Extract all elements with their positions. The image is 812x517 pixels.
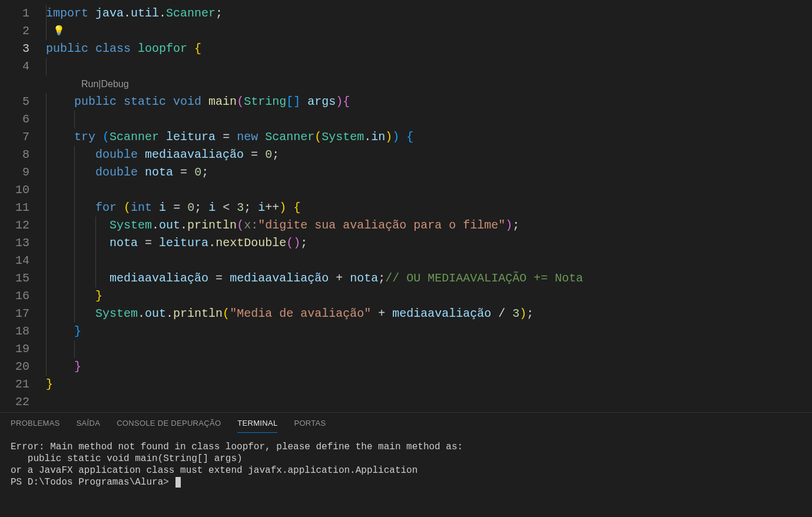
keyword-import: import — [46, 5, 88, 22]
var: leitura — [159, 234, 208, 252]
code-line[interactable] — [46, 252, 812, 270]
num: 0 — [194, 164, 201, 181]
code-line[interactable] — [46, 181, 812, 199]
var-args: args — [307, 93, 336, 111]
code-line[interactable] — [46, 340, 812, 358]
field: in — [371, 128, 385, 146]
kw: double — [95, 146, 138, 164]
line-number: 1 — [0, 5, 29, 22]
terminal-prompt: PS D:\Todos Programas\Alura> — [11, 477, 174, 488]
code-line[interactable]: for (int i = 0; i < 3; i++) { — [46, 199, 812, 217]
var: leitura — [166, 128, 216, 146]
line-number: 18 — [0, 323, 29, 340]
codelens-debug[interactable]: Debug — [101, 75, 129, 93]
code-editor[interactable]: 1 2 3 4 5 6 7 8 9 10 11 12 13 14 15 16 1… — [0, 0, 812, 412]
string: "digite sua avaliação para o filme" — [258, 217, 505, 234]
tab-problems[interactable]: PROBLEMAS — [11, 419, 60, 433]
comment: // OU MEDIAAVALIAÇÃO += Nota — [385, 270, 583, 287]
kw: void — [173, 93, 201, 111]
line-number: 14 — [0, 252, 29, 270]
line-number: 3 — [0, 40, 29, 58]
tab-output[interactable]: SAÍDA — [77, 419, 101, 433]
type-string: String — [244, 93, 286, 111]
fn-main: main — [208, 93, 237, 111]
code-area[interactable]: import java.util.Scanner; 💡 public class… — [46, 0, 812, 412]
type: System — [322, 128, 364, 146]
line-number: 6 — [0, 111, 29, 128]
terminal-output[interactable]: Error: Main method not found in class lo… — [0, 433, 812, 488]
lightbulb-icon[interactable]: 💡 — [46, 22, 65, 40]
fn: println — [173, 305, 223, 323]
line-number: 22 — [0, 393, 29, 411]
line-number: 21 — [0, 376, 29, 393]
num: 0 — [265, 146, 272, 164]
var: i — [258, 199, 265, 217]
var: mediaavaliação — [145, 146, 244, 164]
tab-terminal[interactable]: TERMINAL — [237, 419, 277, 433]
num: 3 — [512, 305, 519, 323]
codelens-gap — [0, 75, 29, 93]
code-line[interactable]: 💡 — [46, 22, 812, 40]
line-number: 13 — [0, 234, 29, 252]
field: out — [145, 305, 166, 323]
fn: println — [187, 217, 237, 234]
line-number: 2 — [0, 22, 29, 40]
line-number: 5 — [0, 93, 29, 111]
fn: nextDouble — [216, 234, 286, 252]
pkg-util: util — [131, 5, 159, 22]
tab-ports[interactable]: PORTAS — [294, 419, 326, 433]
kw-try: try — [74, 128, 95, 146]
codelens-run[interactable]: Run — [81, 75, 98, 93]
panel-tab-bar: PROBLEMAS SAÍDA CONSOLE DE DEPURAÇÃO TER… — [0, 413, 812, 433]
code-line[interactable]: public static void main(String[] args){ — [46, 93, 812, 111]
type: Scanner — [110, 128, 159, 146]
string: "Media de avaliação" — [230, 305, 371, 323]
field: out — [159, 217, 180, 234]
code-line[interactable]: double mediaavaliação = 0; — [46, 146, 812, 164]
var: nota — [110, 234, 138, 252]
code-line[interactable]: System.out.println(x:"digite sua avaliaç… — [46, 217, 812, 234]
code-line[interactable]: double nota = 0; — [46, 164, 812, 181]
tab-debug-console[interactable]: CONSOLE DE DEPURAÇÃO — [117, 419, 221, 433]
num: 3 — [237, 199, 244, 217]
var: i — [159, 199, 166, 217]
var: nota — [145, 164, 173, 181]
class-name: loopfor — [138, 40, 187, 58]
line-number: 10 — [0, 181, 29, 199]
code-line[interactable]: } — [46, 376, 812, 393]
code-line[interactable] — [46, 58, 812, 75]
keyword-public: public — [46, 40, 88, 58]
line-number: 11 — [0, 199, 29, 217]
code-line[interactable]: public class loopfor { — [46, 40, 812, 58]
var: nota — [350, 270, 378, 287]
code-line[interactable]: } — [46, 323, 812, 340]
code-line[interactable] — [46, 393, 812, 411]
line-number: 15 — [0, 270, 29, 287]
line-number: 9 — [0, 164, 29, 181]
code-line[interactable]: System.out.println("Media de avaliação" … — [46, 305, 812, 323]
code-line[interactable]: import java.util.Scanner; — [46, 5, 812, 22]
type-scanner: Scanner — [166, 5, 216, 22]
num: 0 — [187, 199, 194, 217]
kw: double — [95, 164, 138, 181]
var: mediaavaliação — [230, 270, 329, 287]
terminal-cursor — [175, 477, 181, 488]
line-number: 16 — [0, 287, 29, 305]
kw-new: new — [237, 128, 258, 146]
code-line[interactable]: } — [46, 287, 812, 305]
code-line[interactable]: try (Scanner leitura = new Scanner(Syste… — [46, 128, 812, 146]
code-line[interactable]: mediaavaliação = mediaavaliação + nota;/… — [46, 270, 812, 287]
line-number: 7 — [0, 128, 29, 146]
var: mediaavaliação — [392, 305, 491, 323]
ctor: Scanner — [265, 128, 314, 146]
line-number: 19 — [0, 340, 29, 358]
keyword-class: class — [95, 40, 131, 58]
terminal-line: or a JavaFX application class must exten… — [11, 465, 417, 476]
line-number: 8 — [0, 146, 29, 164]
var: mediaavaliação — [110, 270, 208, 287]
code-line[interactable]: } — [46, 358, 812, 376]
code-line[interactable]: nota = leitura.nextDouble(); — [46, 234, 812, 252]
terminal-line: Error: Main method not found in class lo… — [11, 442, 463, 452]
pkg-java: java — [95, 5, 124, 22]
code-line[interactable] — [46, 111, 812, 128]
